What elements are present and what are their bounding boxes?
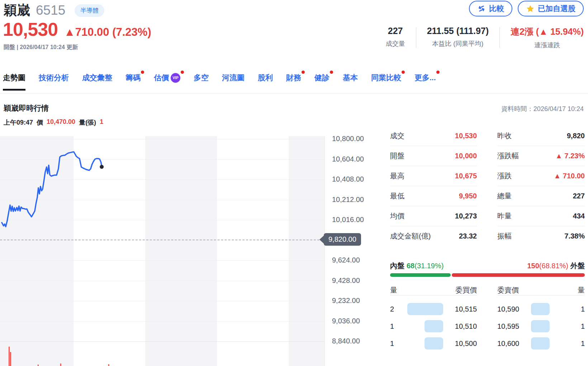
- y-axis-tick-label: 10,408.00: [332, 175, 364, 183]
- sell-qty-header: 量: [578, 285, 585, 291]
- outer-value: 150: [527, 262, 539, 270]
- tab-label: 估價: [154, 73, 169, 82]
- sell-side[interactable]: 10,5901: [497, 303, 585, 315]
- stat-cell: 227成交量: [375, 26, 416, 49]
- quote-label: 均價: [390, 211, 404, 221]
- tab-label: 多空: [194, 73, 209, 82]
- quote-value: 10,273: [455, 212, 477, 220]
- notification-dot-icon: [181, 71, 184, 74]
- inner-outer-header: 內盤 68(31.19%) 150(68.81%) 外盤: [390, 260, 585, 271]
- buy-price[interactable]: 10,500: [446, 339, 477, 348]
- volume-bar: [60, 363, 61, 366]
- tab-健診[interactable]: 健診: [314, 73, 329, 91]
- tab-財務[interactable]: 財務: [286, 73, 301, 91]
- quote-panel: 成交10,530開盤10,000最高10,675最低9,950均價10,273成…: [390, 126, 585, 352]
- tab-籌碼[interactable]: 籌碼: [125, 73, 141, 91]
- notification-dot-icon: [141, 71, 144, 74]
- sell-header: 委賣價 量: [497, 285, 585, 295]
- quote-label: 昨收: [497, 131, 512, 141]
- compare-button-label: 比較: [489, 4, 504, 14]
- price-change: ▲710.00 (7.23%): [64, 26, 151, 39]
- tab-技術分析[interactable]: 技術分析: [39, 73, 69, 91]
- price-line-svg[interactable]: [0, 136, 376, 366]
- buy-side[interactable]: 110,510: [390, 320, 477, 332]
- stat-cell: 211.55 (111.97)本益比 (同業平均): [416, 26, 499, 49]
- tab-河流圖[interactable]: 河流圖: [222, 73, 245, 91]
- y-axis-tick-label: 9,624.00: [332, 256, 360, 264]
- tab-成交彙整[interactable]: 成交彙整: [82, 73, 112, 91]
- sell-price[interactable]: 10,600: [497, 339, 528, 348]
- intraday-chart[interactable]: 10,800.0010,604.0010,408.0010,212.0010,0…: [0, 136, 376, 366]
- sell-side[interactable]: 10,5951: [497, 320, 585, 332]
- order-book-rows: 210,51510,5901110,51010,5951110,50010,60…: [390, 300, 585, 352]
- tab-bar: 走勢圖技術分析成交彙整籌碼估價VIP多空河流圖股利財務健診基本同業比較更多...: [3, 73, 436, 91]
- tab-股利[interactable]: 股利: [258, 73, 273, 91]
- quote-label: 昨量: [497, 211, 512, 221]
- star-icon: [526, 4, 535, 13]
- y-axis-tick-label: 9,428.00: [332, 276, 360, 285]
- quote-label: 總量: [497, 191, 512, 201]
- sell-side[interactable]: 10,6001: [497, 337, 585, 350]
- quote-value: ▲ 7.23%: [555, 152, 585, 160]
- buy-price[interactable]: 10,510: [446, 322, 477, 331]
- tab-基本[interactable]: 基本: [343, 73, 358, 91]
- crosshair-time: 上午09:47: [4, 118, 33, 127]
- stat-label: 本益比 (同業平均): [427, 39, 489, 48]
- sell-volume-bar: [531, 320, 550, 332]
- tab-label: 籌碼: [125, 73, 141, 82]
- inner-pct: (31.19%): [414, 262, 444, 270]
- buy-qty-header: 量: [390, 285, 397, 291]
- outer-label: 外盤: [570, 261, 585, 271]
- buy-side[interactable]: 110,500: [390, 337, 477, 350]
- compare-button[interactable]: 比較: [469, 1, 512, 16]
- stat-value: 連2漲 (▲ 15.94%): [511, 26, 584, 38]
- quote-grid: 成交10,530開盤10,000最高10,675最低9,950均價10,273成…: [390, 126, 585, 246]
- tab-走勢圖[interactable]: 走勢圖: [3, 73, 25, 91]
- tab-更多...[interactable]: 更多...: [414, 73, 436, 91]
- sell-qty: 1: [581, 339, 585, 348]
- quote-label: 漲跌幅: [497, 151, 519, 161]
- buy-side[interactable]: 210,515: [390, 303, 477, 315]
- sell-qty: 1: [581, 305, 585, 313]
- sell-price[interactable]: 10,595: [497, 322, 528, 331]
- quote-label: 最低: [390, 191, 404, 201]
- tab-同業比較[interactable]: 同業比較: [371, 73, 401, 91]
- y-axis-tick-label: 8,840.00: [332, 337, 360, 345]
- sell-volume-bar: [531, 337, 550, 350]
- tab-估價[interactable]: 估價VIP: [154, 73, 180, 91]
- tab-多空[interactable]: 多空: [194, 73, 209, 91]
- sell-price[interactable]: 10,590: [497, 305, 528, 313]
- last-price: 10,530: [3, 19, 58, 40]
- y-axis-tick-label: 9,036.00: [332, 317, 360, 325]
- quote-row: 成交10,530: [390, 126, 477, 146]
- buy-price[interactable]: 10,515: [446, 305, 477, 313]
- quote-value: 7.38%: [564, 232, 585, 240]
- notification-dot-icon: [402, 71, 405, 74]
- quote-value: 227: [573, 192, 585, 200]
- y-axis-tick-label: 10,604.00: [332, 155, 364, 163]
- stock-code: 6515: [36, 3, 65, 18]
- y-axis-border: [324, 136, 325, 366]
- quote-value: 9,820: [567, 132, 585, 140]
- stat-label: 成交量: [386, 39, 405, 48]
- tab-label: 走勢圖: [3, 73, 25, 82]
- header-stats: 227成交量211.55 (111.97)本益比 (同業平均)連2漲 (▲ 15…: [375, 26, 584, 49]
- stat-value: 227: [386, 26, 405, 36]
- compare-arrows-icon: [477, 4, 486, 13]
- y-axis-tick-label: 10,800.00: [332, 135, 364, 143]
- volume-bar: [38, 365, 39, 366]
- chart-section-title: 穎崴即時行情: [4, 103, 49, 113]
- order-book-row: 210,51510,5901: [390, 300, 585, 318]
- watchlist-button[interactable]: 已加自選股: [518, 1, 584, 16]
- crosshair-readout: 上午09:47 價 10,470.00 量(張) 1: [4, 118, 103, 127]
- prev-close-badge: 9,820.00: [324, 233, 361, 246]
- quote-row: 最低9,950: [390, 186, 477, 206]
- quote-value: 10,000: [455, 152, 477, 160]
- industry-tag[interactable]: 半導體: [75, 4, 104, 17]
- quote-row: 漲跌▲ 710.00: [497, 166, 585, 186]
- buy-volume-bar: [407, 303, 443, 315]
- tab-label: 股利: [258, 73, 273, 82]
- order-book-row: 110,51010,5951: [390, 318, 585, 335]
- stat-label: 連漲連跌: [511, 41, 584, 49]
- buy-qty: 1: [390, 339, 394, 348]
